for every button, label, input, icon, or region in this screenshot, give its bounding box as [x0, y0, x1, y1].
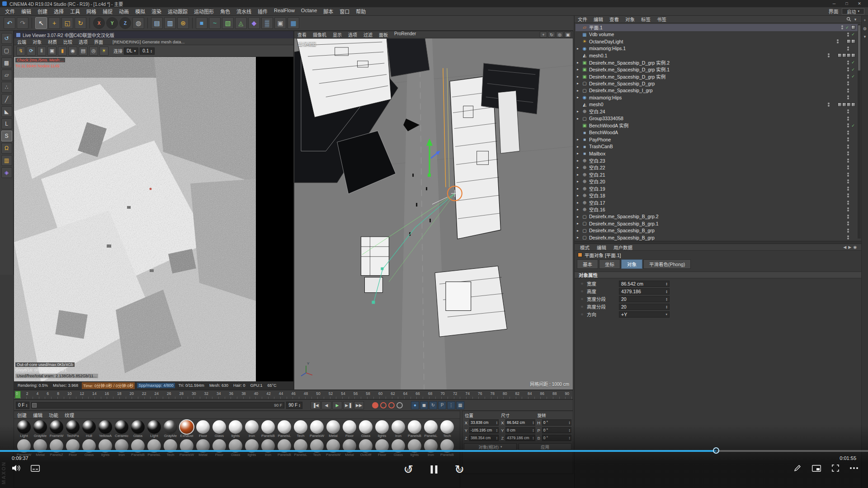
- attribute-mode-menu[interactable]: 模式: [577, 244, 593, 251]
- viewport-menu[interactable]: 选项: [345, 31, 360, 38]
- material-menu[interactable]: 功能: [46, 412, 61, 418]
- expand-arrow-icon[interactable]: ▸: [577, 67, 581, 71]
- object-row[interactable]: ▸⊕空白.16: [576, 206, 858, 213]
- refresh-icon[interactable]: ⟳: [27, 47, 36, 56]
- snap-magnet-icon[interactable]: Ω: [1, 143, 12, 154]
- visibility-dots[interactable]: [847, 61, 849, 65]
- live-selection-icon[interactable]: ↖: [35, 17, 47, 29]
- playback-next-frame-button[interactable]: ▶▐: [343, 401, 353, 409]
- spinner-icon[interactable]: ▴▾: [569, 421, 570, 424]
- expand-arrow-icon[interactable]: ▸: [577, 151, 581, 155]
- autokey-button[interactable]: [380, 402, 387, 408]
- more-options-icon[interactable]: [850, 467, 858, 469]
- live-viewer-titlebar[interactable]: Live Viewer 3.07-R2 中国C4D联盟中文汉化版: [14, 31, 293, 38]
- chevron-down-icon[interactable]: ▾: [665, 313, 667, 316]
- menu-item[interactable]: 帮助: [353, 8, 369, 15]
- attribute-tab-0[interactable]: 基本: [577, 259, 598, 269]
- edges-mode-icon[interactable]: ╱: [1, 94, 12, 105]
- menu-item[interactable]: 运动跟踪: [165, 8, 191, 15]
- dock-add-icon[interactable]: +: [862, 18, 868, 23]
- spinner-icon[interactable]: ▴▾: [666, 282, 667, 286]
- keytoggle-parameter[interactable]: P: [438, 401, 446, 409]
- menu-item[interactable]: 工具: [67, 8, 83, 15]
- tag-icon[interactable]: [838, 53, 842, 57]
- orbit-view-icon[interactable]: ↻: [548, 32, 555, 38]
- visibility-dots[interactable]: [847, 201, 849, 205]
- object-row[interactable]: ▸▢Desirefx.me_Spaceship_B_grp: [576, 227, 858, 235]
- visibility-dots[interactable]: [847, 173, 849, 177]
- render-picture-viewer-icon[interactable]: ▥: [164, 17, 176, 29]
- expand-arrow-icon[interactable]: ▸: [577, 193, 581, 197]
- expand-arrow-icon[interactable]: ▸: [577, 207, 581, 211]
- object-row[interactable]: ◭mesh0.1: [576, 52, 858, 59]
- record-keyframe-button[interactable]: [372, 402, 378, 408]
- expand-arrow-icon[interactable]: ▸: [577, 47, 581, 51]
- expand-arrow-icon[interactable]: ▸: [577, 173, 581, 177]
- object-row[interactable]: ◭mesh0: [576, 101, 858, 108]
- object-manager-menu[interactable]: 文件: [575, 16, 590, 23]
- expand-arrow-icon[interactable]: ▸: [577, 137, 581, 141]
- pan-view-icon[interactable]: +: [540, 32, 547, 38]
- menu-item[interactable]: 文件: [2, 8, 18, 15]
- visibility-dots[interactable]: [847, 109, 849, 113]
- expand-arrow-icon[interactable]: ▸: [577, 75, 581, 79]
- expand-arrow-icon[interactable]: ▸: [577, 89, 581, 93]
- ratio-spinner[interactable]: 0.1 ▴▾: [140, 47, 155, 55]
- object-row[interactable]: ▸▢Desirefx.me_Spaceship_B_grp.1: [576, 220, 858, 227]
- object-row[interactable]: ▸▣Desirefx.me_Spaceship_D_grp 实例.1✓: [576, 66, 858, 73]
- object-row[interactable]: ▸▢Desirefx.me_Spaceship_I_grp: [576, 87, 858, 94]
- lock-resolution-icon[interactable]: ▮: [58, 47, 67, 56]
- object-row[interactable]: ▦Vdb volume✓: [576, 31, 858, 38]
- tag-icon[interactable]: [851, 53, 855, 57]
- expand-arrow-icon[interactable]: ▸: [577, 165, 581, 169]
- focus-picker-icon[interactable]: ◎: [89, 47, 98, 56]
- render-settings-icon[interactable]: ⊛: [177, 17, 189, 29]
- enable-check-icon[interactable]: ✓: [851, 67, 855, 72]
- maximize-button[interactable]: □: [840, 1, 853, 6]
- model-mode-icon[interactable]: ▢: [1, 45, 12, 56]
- enable-check-icon[interactable]: ✓: [845, 25, 849, 30]
- expand-arrow-icon[interactable]: ▸: [577, 215, 581, 219]
- menu-item[interactable]: 渲染: [148, 8, 165, 15]
- object-row[interactable]: ▸■TrashCanB: [576, 143, 858, 150]
- camera-sync-icon[interactable]: ▤: [79, 47, 88, 56]
- object-row[interactable]: ▸▢Desirefx.me_Spaceship_B_grp: [576, 234, 858, 241]
- visibility-dots[interactable]: [847, 137, 849, 141]
- attribute-mode-menu[interactable]: 编辑: [594, 244, 609, 251]
- tag-icon[interactable]: [851, 39, 855, 43]
- visibility-dots[interactable]: [847, 179, 849, 183]
- tag-icon[interactable]: [847, 53, 851, 57]
- expand-arrow-icon[interactable]: ▸: [577, 235, 581, 239]
- live-viewer-menu[interactable]: 云端: [14, 38, 29, 45]
- solo-mode-icon[interactable]: S: [1, 131, 12, 141]
- viewport-menu[interactable]: 面板: [376, 31, 391, 38]
- lock-panel-icon[interactable]: ◉: [853, 245, 857, 249]
- scale-icon[interactable]: ◱: [61, 17, 73, 29]
- environment-icon[interactable]: ▒: [261, 17, 273, 29]
- menu-item[interactable]: 插件: [255, 8, 271, 15]
- visibility-dots[interactable]: [847, 95, 849, 99]
- object-row[interactable]: ▸■PayPhone: [576, 136, 858, 143]
- object-row[interactable]: ▱平面.1✓: [576, 24, 858, 31]
- tag-icon[interactable]: [847, 103, 851, 107]
- field-input[interactable]: +Y▾: [619, 311, 670, 318]
- clay-mode-icon[interactable]: ◉: [68, 47, 77, 56]
- workplane-lock-icon[interactable]: ▥: [1, 155, 12, 166]
- object-row[interactable]: ▸◉mixamorig:Hips: [576, 94, 858, 101]
- current-frame-field[interactable]: 0 F ▴▾: [16, 402, 29, 409]
- menu-item[interactable]: 脚本: [320, 8, 336, 15]
- enable-check-icon[interactable]: ✓: [851, 60, 855, 65]
- attribute-tab-2[interactable]: 对象: [621, 259, 642, 269]
- rewind-10-button[interactable]: ↺ 10: [402, 463, 415, 476]
- axis-mode-icon[interactable]: L: [1, 118, 12, 129]
- visibility-dots[interactable]: [847, 235, 849, 239]
- volume-icon[interactable]: [12, 465, 21, 472]
- menu-item[interactable]: 动画: [116, 8, 132, 15]
- menu-item[interactable]: 窗口: [336, 8, 353, 15]
- camera-icon[interactable]: ▣: [274, 17, 286, 29]
- object-row[interactable]: ▸⊕空白.17: [576, 199, 858, 206]
- keytoggle-rotation[interactable]: ↻: [429, 401, 437, 409]
- object-row[interactable]: ▣BenchWoodA 实例✓: [576, 122, 858, 129]
- redo-icon[interactable]: ↷: [17, 17, 28, 29]
- spline-pen-icon[interactable]: ~: [209, 17, 221, 29]
